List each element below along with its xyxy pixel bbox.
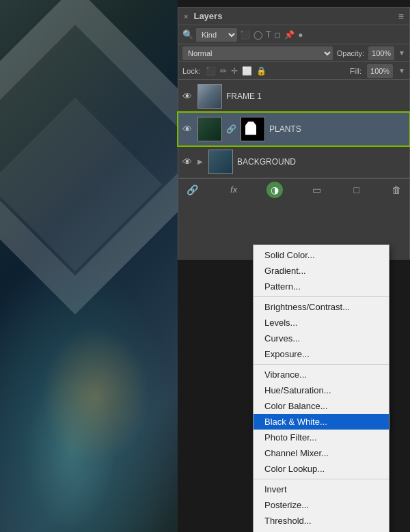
mask-button[interactable]: □ (351, 183, 361, 197)
opacity-dropdown-icon[interactable]: ▼ (398, 49, 405, 57)
filter-icons: ⬛ ◯ T ◻ 📌 ● (240, 30, 303, 40)
layer-thumbnail-frame1 (197, 84, 222, 109)
menu-section-special: Invert Posterize... Threshold... Gradien… (254, 479, 389, 532)
layer-name-frame1: FRAME 1 (226, 92, 405, 101)
fill-dropdown-icon[interactable]: ▼ (398, 67, 405, 74)
fill-label: Fill: (350, 67, 361, 75)
lock-move-icon[interactable]: ✛ (231, 66, 238, 76)
menu-item-black-white[interactable]: Black & White... (254, 414, 389, 430)
background-artwork (0, 0, 178, 532)
panel-header: × Layers ≡ (178, 8, 409, 25)
lock-fill-row: Lock: ⬛ ✏ ✛ ⬜ 🔒 Fill: ▼ (178, 62, 409, 80)
menu-item-gradient[interactable]: Gradient... (254, 263, 389, 279)
layer-thumbnail-plants (197, 117, 222, 141)
menu-item-invert[interactable]: Invert (254, 481, 389, 497)
menu-item-threshold[interactable]: Threshold... (254, 513, 389, 529)
menu-item-hue-saturation[interactable]: Hue/Saturation... (254, 382, 389, 398)
layer-item-plants[interactable]: 👁 🔗 PLANTS (178, 113, 409, 145)
thumb-plants-fill (198, 117, 221, 141)
lock-all-icon[interactable]: 🔒 (256, 66, 266, 76)
dot-filter-icon[interactable]: ● (298, 30, 303, 40)
search-icon: 🔍 (182, 29, 193, 40)
menu-item-solid-color[interactable]: Solid Color... (254, 247, 389, 263)
layer-link-icon: 🔗 (226, 124, 236, 134)
layers-panel: × Layers ≡ 🔍 Kind ⬛ ◯ T ◻ 📌 ● Normal Opa… (178, 7, 410, 260)
panel-menu-button[interactable]: ≡ (398, 11, 404, 22)
lock-icons: ⬛ ✏ ✛ ⬜ 🔒 (206, 66, 266, 76)
thumb-bw-fill (241, 117, 264, 141)
blend-opacity-row: Normal Opacity: ▼ (178, 44, 409, 62)
layer-name-bg: BACKGROUND (237, 157, 405, 167)
opacity-input[interactable] (368, 46, 394, 60)
fx-button[interactable]: fx (228, 183, 240, 196)
layer-item-background[interactable]: 👁 ▶ BACKGROUND (178, 145, 409, 178)
menu-item-levels[interactable]: Levels... (254, 315, 389, 331)
layer-visibility-bg[interactable]: 👁 (182, 156, 193, 167)
menu-item-color-lookup[interactable]: Color Lookup... (254, 461, 389, 477)
adjustment-layer-button[interactable]: ◑ (266, 182, 283, 198)
group-layer-button[interactable]: ▭ (310, 183, 324, 197)
menu-section-color: Vibrance... Hue/Saturation... Color Bala… (254, 365, 389, 479)
thumb-bg-fill (209, 150, 232, 173)
layer-visibility-frame1[interactable]: 👁 (182, 91, 193, 102)
panel-close-button[interactable]: × (184, 12, 188, 20)
layer-mask-plants (241, 117, 265, 141)
lock-paint-icon[interactable]: ✏ (220, 66, 227, 76)
pin-filter-icon[interactable]: 📌 (284, 30, 295, 40)
text-filter-icon[interactable]: T (266, 30, 271, 40)
layers-list: 👁 FRAME 1 👁 🔗 PLANTS 👁 ▶ BACKG (178, 80, 409, 178)
opacity-label: Opacity: (337, 49, 364, 57)
layer-expand-bg[interactable]: ▶ (197, 158, 204, 165)
kind-filter-row: 🔍 Kind ⬛ ◯ T ◻ 📌 ● (178, 25, 409, 44)
menu-section-tone: Brightness/Contrast... Levels... Curves.… (254, 297, 389, 365)
layer-thumbnail-bg (208, 150, 233, 174)
menu-item-channel-mixer[interactable]: Channel Mixer... (254, 445, 389, 461)
menu-item-curves[interactable]: Curves... (254, 331, 389, 346)
context-menu: Solid Color... Gradient... Pattern... Br… (253, 244, 390, 532)
kind-select[interactable]: Kind (196, 28, 237, 42)
menu-item-exposure[interactable]: Exposure... (254, 346, 389, 362)
thumb-frame1-fill (198, 85, 221, 108)
lock-label: Lock: (182, 67, 200, 75)
menu-item-posterize[interactable]: Posterize... (254, 497, 389, 513)
gold-texture (41, 327, 150, 464)
layer-visibility-plants[interactable]: 👁 (182, 124, 193, 135)
panel-title: Layers (193, 11, 398, 21)
circle-filter-icon[interactable]: ◯ (254, 30, 262, 40)
link-layers-button[interactable]: 🔗 (184, 183, 201, 197)
layer-item-frame1[interactable]: 👁 FRAME 1 (178, 80, 409, 113)
menu-item-pattern[interactable]: Pattern... (254, 279, 389, 294)
fill-input[interactable] (367, 64, 393, 78)
menu-item-color-balance[interactable]: Color Balance... (254, 398, 389, 414)
delete-layer-button[interactable]: 🗑 (389, 183, 404, 197)
blend-mode-select[interactable]: Normal (182, 46, 333, 60)
menu-item-brightness[interactable]: Brightness/Contrast... (254, 299, 389, 315)
menu-item-vibrance[interactable]: Vibrance... (254, 367, 389, 382)
lock-artboard-icon[interactable]: ⬜ (242, 66, 252, 76)
lock-pixels-icon[interactable]: ⬛ (206, 66, 216, 76)
shape-filter-icon[interactable]: ◻ (274, 30, 281, 40)
menu-item-gradient-map[interactable]: Gradient Map... (254, 529, 389, 532)
panel-toolbar: 🔗 fx ◑ ▭ □ 🗑 (178, 178, 409, 200)
pixel-filter-icon[interactable]: ⬛ (240, 30, 250, 40)
menu-item-photo-filter[interactable]: Photo Filter... (254, 430, 389, 445)
menu-section-solid: Solid Color... Gradient... Pattern... (254, 245, 389, 297)
layer-name-plants: PLANTS (269, 124, 405, 134)
